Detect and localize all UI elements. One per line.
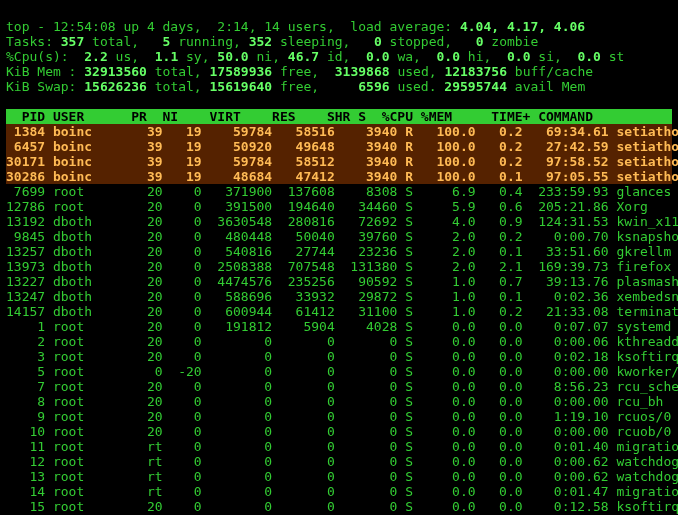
summary-line-2: Tasks: 357 total, 5 running, 352 sleepin… — [6, 34, 672, 49]
process-row: 7 root 20 0 0 0 0 S 0.0 0.0 8:56.23 rcu_… — [6, 379, 672, 394]
summary-line-3: %Cpu(s): 2.2 us, 1.1 sy, 50.0 ni, 46.7 i… — [6, 49, 672, 64]
process-row: 6457 boinc 39 19 50920 49648 3940 R 100.… — [6, 139, 672, 154]
process-row: 11 root rt 0 0 0 0 S 0.0 0.0 0:01.40 mig… — [6, 439, 672, 454]
summary-line-1: top - 12:54:08 up 4 days, 2:14, 14 users… — [6, 19, 672, 34]
process-row: 1384 boinc 39 19 59784 58516 3940 R 100.… — [6, 124, 672, 139]
process-row: 13257 dboth 20 0 540816 27744 23236 S 2.… — [6, 244, 672, 259]
process-row: 9 root 20 0 0 0 0 S 0.0 0.0 1:19.10 rcuo… — [6, 409, 672, 424]
summary-line-5: KiB Swap: 15626236 total, 15619640 free,… — [6, 79, 672, 94]
process-row: 2 root 20 0 0 0 0 S 0.0 0.0 0:00.06 kthr… — [6, 334, 672, 349]
process-row: 8 root 20 0 0 0 0 S 0.0 0.0 0:00.00 rcu_… — [6, 394, 672, 409]
process-row: 14157 dboth 20 0 600944 61412 31100 S 1.… — [6, 304, 672, 319]
process-row: 14 root rt 0 0 0 0 S 0.0 0.0 0:01.47 mig… — [6, 484, 672, 499]
process-row: 30286 boinc 39 19 48684 47412 3940 R 100… — [6, 169, 672, 184]
process-row: 30171 boinc 39 19 59784 58512 3940 R 100… — [6, 154, 672, 169]
process-row: 13247 dboth 20 0 588696 33932 29872 S 1.… — [6, 289, 672, 304]
process-row: 13227 dboth 20 0 4474576 235256 90592 S … — [6, 274, 672, 289]
process-row: 9845 dboth 20 0 480448 50040 39760 S 2.0… — [6, 229, 672, 244]
process-list: 1384 boinc 39 19 59784 58516 3940 R 100.… — [6, 124, 672, 515]
process-row: 15 root 20 0 0 0 0 S 0.0 0.0 0:12.58 kso… — [6, 499, 672, 514]
process-row: 12786 root 20 0 391500 194640 34460 S 5.… — [6, 199, 672, 214]
process-row: 13973 dboth 20 0 2508388 707548 131380 S… — [6, 259, 672, 274]
process-row: 13 root rt 0 0 0 0 S 0.0 0.0 0:00.62 wat… — [6, 469, 672, 484]
process-row: 3 root 20 0 0 0 0 S 0.0 0.0 0:02.18 ksof… — [6, 349, 672, 364]
process-row: 7699 root 20 0 371900 137608 8308 S 6.9 … — [6, 184, 672, 199]
process-row: 13192 dboth 20 0 3630548 280816 72692 S … — [6, 214, 672, 229]
process-row: 10 root 20 0 0 0 0 S 0.0 0.0 0:00.00 rcu… — [6, 424, 672, 439]
terminal-top-output: top - 12:54:08 up 4 days, 2:14, 14 users… — [0, 0, 678, 515]
process-row: 1 root 20 0 191812 5904 4028 S 0.0 0.0 0… — [6, 319, 672, 334]
summary-line-4: KiB Mem : 32913560 total, 17589936 free,… — [6, 64, 672, 79]
column-header-row: PID USER PR NI VIRT RES SHR S %CPU %MEM … — [6, 109, 672, 124]
process-row: 12 root rt 0 0 0 0 S 0.0 0.0 0:00.62 wat… — [6, 454, 672, 469]
process-row: 5 root 0 -20 0 0 0 S 0.0 0.0 0:00.00 kwo… — [6, 364, 672, 379]
